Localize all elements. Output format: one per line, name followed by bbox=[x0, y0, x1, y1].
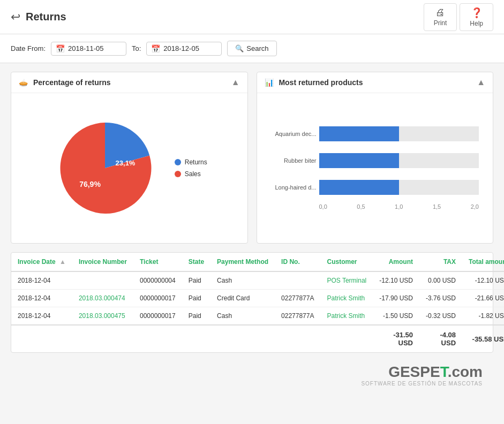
row2-customer[interactable]: Patrick Smith bbox=[320, 307, 373, 325]
footer-brand: GESPET.com SOFTWARE DE GESTIÓN DE MASCOT… bbox=[11, 353, 493, 392]
pie-icon: 🥧 bbox=[19, 78, 28, 87]
row0-customer[interactable]: POS Terminal bbox=[320, 271, 373, 290]
row0-idno bbox=[275, 271, 320, 290]
col-idno: ID No. bbox=[275, 253, 320, 271]
help-label: Help bbox=[470, 20, 483, 27]
col-total: Total amount bbox=[462, 253, 504, 271]
pie-chart-header: 🥧 Percentage of returns ▲ bbox=[11, 72, 247, 93]
brand-name-gray: GESPE bbox=[388, 364, 440, 380]
bar-chart-inner: Aquarium dec... Rubber biter bbox=[266, 126, 479, 195]
calendar-to-icon: 📅 bbox=[151, 44, 160, 53]
col-state: State bbox=[182, 253, 210, 271]
table-row: 2018-12-04 2018.03.000474 0000000017 Pai… bbox=[11, 290, 504, 307]
brand-sub: SOFTWARE DE GESTIÓN DE MASCOTAS bbox=[21, 381, 483, 387]
row1-total: -21.66 USD bbox=[462, 290, 504, 307]
table-row: 2018-12-04 0000000004 Paid Cash POS Term… bbox=[11, 271, 504, 290]
bar-icon: 📊 bbox=[265, 78, 274, 87]
legend-sales-dot bbox=[175, 171, 181, 177]
footer-tax: -4.08 USD bbox=[419, 325, 462, 352]
row0-date: 2018-12-04 bbox=[11, 271, 72, 290]
row1-date: 2018-12-04 bbox=[11, 290, 72, 307]
sort-arrow-date[interactable]: ▲ bbox=[59, 258, 66, 266]
x-tick-2: 1,0 bbox=[395, 203, 403, 210]
col-ticket: Ticket bbox=[133, 253, 182, 271]
bar-chart-container: Aquarium dec... Rubber biter bbox=[266, 121, 485, 215]
print-button[interactable]: 🖨 Print bbox=[424, 3, 457, 31]
row0-total: -12.10 USD bbox=[462, 271, 504, 290]
to-label: To: bbox=[132, 44, 141, 52]
col-date: Invoice Date ▲ bbox=[11, 253, 72, 271]
help-button[interactable]: ❓ Help bbox=[460, 3, 493, 31]
row2-idno: 02277877A bbox=[275, 307, 320, 325]
bar-label-1: Rubber biter bbox=[266, 157, 317, 164]
filter-bar: Date From: 📅 To: 📅 🔍 Search bbox=[0, 34, 504, 63]
bar-chart-title-text: 📊 Most returned products bbox=[265, 78, 363, 87]
table-row: 2018-12-04 2018.03.000475 0000000017 Pai… bbox=[11, 307, 504, 325]
bar-track-2 bbox=[319, 180, 479, 195]
bar-label-0: Aquarium dec... bbox=[266, 131, 317, 137]
row1-state: Paid bbox=[182, 290, 210, 307]
bar-title-label: Most returned products bbox=[279, 78, 363, 87]
table-footer-row: -31.50 USD -4.08 USD -35.58 USD bbox=[11, 325, 504, 352]
x-tick-1: 0,5 bbox=[357, 203, 365, 210]
col-tax: TAX bbox=[419, 253, 462, 271]
row0-ticket: 0000000004 bbox=[133, 271, 182, 290]
footer-total: -35.58 USD bbox=[462, 325, 504, 352]
search-label: Search bbox=[246, 44, 268, 52]
row2-date: 2018-12-04 bbox=[11, 307, 72, 325]
pie-chart-chevron[interactable]: ▲ bbox=[231, 78, 240, 87]
pie-chart-title-text: 🥧 Percentage of returns bbox=[19, 78, 111, 87]
col-customer: Customer bbox=[320, 253, 373, 271]
date-to-input[interactable] bbox=[163, 44, 217, 52]
row2-total: -1.82 USD bbox=[462, 307, 504, 325]
footer-spacer bbox=[11, 325, 373, 352]
back-icon[interactable]: ↩ bbox=[11, 10, 20, 24]
col-date-label: Invoice Date bbox=[18, 258, 56, 266]
bar-track-1 bbox=[319, 153, 479, 168]
search-button[interactable]: 🔍 Search bbox=[227, 41, 276, 56]
footer-amount: -31.50 USD bbox=[373, 325, 419, 352]
date-from-input[interactable] bbox=[68, 44, 122, 52]
x-tick-4: 2,0 bbox=[471, 203, 479, 210]
row1-payment: Credit Card bbox=[210, 290, 275, 307]
pie-chart-panel: 🥧 Percentage of returns ▲ bbox=[11, 72, 248, 244]
x-axis: 0,0 0,5 1,0 1,5 2,0 bbox=[266, 203, 479, 210]
calendar-from-icon: 📅 bbox=[56, 44, 65, 53]
row1-customer[interactable]: Patrick Smith bbox=[320, 290, 373, 307]
svg-text:23,1%: 23,1% bbox=[115, 159, 135, 167]
row1-ticket: 0000000017 bbox=[133, 290, 182, 307]
bar-fill-1 bbox=[319, 153, 399, 168]
bar-row-1: Rubber biter bbox=[319, 153, 479, 168]
header: ↩ Returns 🖨 Print ❓ Help bbox=[0, 0, 504, 34]
search-icon: 🔍 bbox=[235, 44, 244, 52]
pie-legend: Returns Sales bbox=[175, 158, 207, 178]
brand-name-suffix: .com bbox=[448, 364, 483, 380]
row2-tax: -0.32 USD bbox=[419, 307, 462, 325]
col-amount: Amount bbox=[373, 253, 419, 271]
legend-returns-label: Returns bbox=[185, 158, 207, 166]
header-left: ↩ Returns bbox=[11, 10, 66, 24]
legend-sales: Sales bbox=[175, 170, 207, 178]
row0-amount: -12.10 USD bbox=[373, 271, 419, 290]
bar-chart-body: Aquarium dec... Rubber biter bbox=[257, 93, 493, 243]
row2-ticket: 0000000017 bbox=[133, 307, 182, 325]
bar-chart-chevron[interactable]: ▲ bbox=[477, 78, 485, 87]
date-to-input-wrap: 📅 bbox=[146, 42, 222, 56]
bar-label-2: Long-haired d... bbox=[266, 184, 317, 191]
brand-name: GESPET.com bbox=[21, 364, 483, 381]
row1-tax: -3.76 USD bbox=[419, 290, 462, 307]
row2-amount: -1.50 USD bbox=[373, 307, 419, 325]
row0-number bbox=[72, 271, 133, 290]
legend-returns-dot bbox=[175, 159, 181, 165]
row2-number[interactable]: 2018.03.000475 bbox=[72, 307, 133, 325]
bar-chart-panel: 📊 Most returned products ▲ Aquarium dec.… bbox=[257, 72, 494, 244]
pie-title-label: Percentage of returns bbox=[33, 78, 111, 87]
svg-text:76,9%: 76,9% bbox=[79, 180, 101, 188]
row1-number[interactable]: 2018.03.000474 bbox=[72, 290, 133, 307]
table-panel: Invoice Date ▲ Invoice Number Ticket Sta… bbox=[11, 252, 493, 353]
bar-fill-0 bbox=[319, 126, 399, 141]
print-label: Print bbox=[434, 19, 447, 27]
table-header-row: Invoice Date ▲ Invoice Number Ticket Sta… bbox=[11, 253, 504, 271]
row1-idno: 02277877A bbox=[275, 290, 320, 307]
row0-tax: 0.00 USD bbox=[419, 271, 462, 290]
